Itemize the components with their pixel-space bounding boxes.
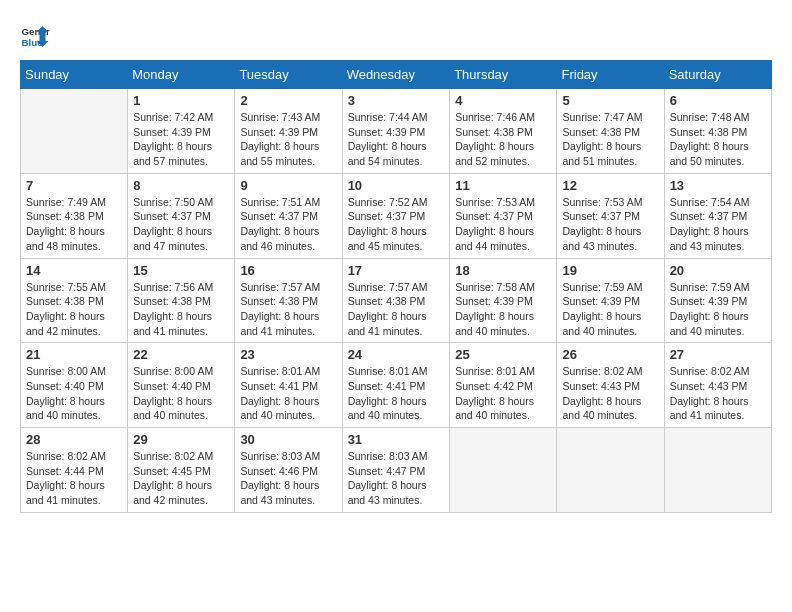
day-number: 5 [562, 93, 658, 108]
calendar-cell: 23 Sunrise: 8:01 AM Sunset: 4:41 PM Dayl… [235, 343, 342, 428]
page-header: General Blue [20, 20, 772, 50]
day-info: Sunrise: 8:03 AM Sunset: 4:47 PM Dayligh… [348, 449, 445, 508]
calendar-cell: 30 Sunrise: 8:03 AM Sunset: 4:46 PM Dayl… [235, 428, 342, 513]
day-info: Sunrise: 7:44 AM Sunset: 4:39 PM Dayligh… [348, 110, 445, 169]
week-row-4: 21 Sunrise: 8:00 AM Sunset: 4:40 PM Dayl… [21, 343, 772, 428]
calendar-cell: 15 Sunrise: 7:56 AM Sunset: 4:38 PM Dayl… [128, 258, 235, 343]
week-row-3: 14 Sunrise: 7:55 AM Sunset: 4:38 PM Dayl… [21, 258, 772, 343]
calendar-cell: 22 Sunrise: 8:00 AM Sunset: 4:40 PM Dayl… [128, 343, 235, 428]
day-number: 6 [670, 93, 766, 108]
day-number: 10 [348, 178, 445, 193]
calendar-cell [450, 428, 557, 513]
weekday-header-row: SundayMondayTuesdayWednesdayThursdayFrid… [21, 61, 772, 89]
calendar-cell: 31 Sunrise: 8:03 AM Sunset: 4:47 PM Dayl… [342, 428, 450, 513]
day-info: Sunrise: 7:48 AM Sunset: 4:38 PM Dayligh… [670, 110, 766, 169]
day-info: Sunrise: 8:00 AM Sunset: 4:40 PM Dayligh… [26, 364, 122, 423]
day-number: 31 [348, 432, 445, 447]
day-info: Sunrise: 8:02 AM Sunset: 4:45 PM Dayligh… [133, 449, 229, 508]
day-number: 1 [133, 93, 229, 108]
day-info: Sunrise: 7:59 AM Sunset: 4:39 PM Dayligh… [562, 280, 658, 339]
day-info: Sunrise: 7:50 AM Sunset: 4:37 PM Dayligh… [133, 195, 229, 254]
calendar-cell: 21 Sunrise: 8:00 AM Sunset: 4:40 PM Dayl… [21, 343, 128, 428]
day-number: 30 [240, 432, 336, 447]
calendar-cell: 24 Sunrise: 8:01 AM Sunset: 4:41 PM Dayl… [342, 343, 450, 428]
day-info: Sunrise: 7:49 AM Sunset: 4:38 PM Dayligh… [26, 195, 122, 254]
day-number: 7 [26, 178, 122, 193]
day-number: 11 [455, 178, 551, 193]
day-info: Sunrise: 7:53 AM Sunset: 4:37 PM Dayligh… [455, 195, 551, 254]
day-info: Sunrise: 7:57 AM Sunset: 4:38 PM Dayligh… [348, 280, 445, 339]
day-info: Sunrise: 7:42 AM Sunset: 4:39 PM Dayligh… [133, 110, 229, 169]
calendar-cell: 12 Sunrise: 7:53 AM Sunset: 4:37 PM Dayl… [557, 173, 664, 258]
day-info: Sunrise: 7:52 AM Sunset: 4:37 PM Dayligh… [348, 195, 445, 254]
day-info: Sunrise: 8:02 AM Sunset: 4:43 PM Dayligh… [670, 364, 766, 423]
calendar-cell: 3 Sunrise: 7:44 AM Sunset: 4:39 PM Dayli… [342, 89, 450, 174]
day-info: Sunrise: 8:01 AM Sunset: 4:41 PM Dayligh… [240, 364, 336, 423]
day-info: Sunrise: 7:47 AM Sunset: 4:38 PM Dayligh… [562, 110, 658, 169]
day-info: Sunrise: 7:55 AM Sunset: 4:38 PM Dayligh… [26, 280, 122, 339]
calendar-cell: 8 Sunrise: 7:50 AM Sunset: 4:37 PM Dayli… [128, 173, 235, 258]
day-number: 28 [26, 432, 122, 447]
weekday-header-saturday: Saturday [664, 61, 771, 89]
day-number: 17 [348, 263, 445, 278]
day-info: Sunrise: 7:58 AM Sunset: 4:39 PM Dayligh… [455, 280, 551, 339]
calendar-cell: 5 Sunrise: 7:47 AM Sunset: 4:38 PM Dayli… [557, 89, 664, 174]
calendar-cell: 13 Sunrise: 7:54 AM Sunset: 4:37 PM Dayl… [664, 173, 771, 258]
calendar-cell: 10 Sunrise: 7:52 AM Sunset: 4:37 PM Dayl… [342, 173, 450, 258]
weekday-header-monday: Monday [128, 61, 235, 89]
calendar-cell: 20 Sunrise: 7:59 AM Sunset: 4:39 PM Dayl… [664, 258, 771, 343]
calendar-cell: 17 Sunrise: 7:57 AM Sunset: 4:38 PM Dayl… [342, 258, 450, 343]
day-info: Sunrise: 8:03 AM Sunset: 4:46 PM Dayligh… [240, 449, 336, 508]
calendar-cell [664, 428, 771, 513]
calendar-cell: 1 Sunrise: 7:42 AM Sunset: 4:39 PM Dayli… [128, 89, 235, 174]
calendar-cell [21, 89, 128, 174]
calendar-cell: 7 Sunrise: 7:49 AM Sunset: 4:38 PM Dayli… [21, 173, 128, 258]
calendar-cell: 26 Sunrise: 8:02 AM Sunset: 4:43 PM Dayl… [557, 343, 664, 428]
weekday-header-friday: Friday [557, 61, 664, 89]
day-number: 12 [562, 178, 658, 193]
calendar-cell: 4 Sunrise: 7:46 AM Sunset: 4:38 PM Dayli… [450, 89, 557, 174]
week-row-1: 1 Sunrise: 7:42 AM Sunset: 4:39 PM Dayli… [21, 89, 772, 174]
day-number: 3 [348, 93, 445, 108]
weekday-header-wednesday: Wednesday [342, 61, 450, 89]
day-number: 19 [562, 263, 658, 278]
day-info: Sunrise: 8:00 AM Sunset: 4:40 PM Dayligh… [133, 364, 229, 423]
day-info: Sunrise: 7:59 AM Sunset: 4:39 PM Dayligh… [670, 280, 766, 339]
day-number: 16 [240, 263, 336, 278]
day-number: 27 [670, 347, 766, 362]
day-info: Sunrise: 7:57 AM Sunset: 4:38 PM Dayligh… [240, 280, 336, 339]
weekday-header-thursday: Thursday [450, 61, 557, 89]
day-number: 24 [348, 347, 445, 362]
day-number: 9 [240, 178, 336, 193]
calendar-cell: 11 Sunrise: 7:53 AM Sunset: 4:37 PM Dayl… [450, 173, 557, 258]
day-info: Sunrise: 8:01 AM Sunset: 4:41 PM Dayligh… [348, 364, 445, 423]
weekday-header-sunday: Sunday [21, 61, 128, 89]
day-info: Sunrise: 8:02 AM Sunset: 4:44 PM Dayligh… [26, 449, 122, 508]
calendar-cell: 19 Sunrise: 7:59 AM Sunset: 4:39 PM Dayl… [557, 258, 664, 343]
day-number: 14 [26, 263, 122, 278]
day-number: 23 [240, 347, 336, 362]
day-info: Sunrise: 7:56 AM Sunset: 4:38 PM Dayligh… [133, 280, 229, 339]
logo: General Blue [20, 20, 54, 50]
weekday-header-tuesday: Tuesday [235, 61, 342, 89]
day-info: Sunrise: 8:01 AM Sunset: 4:42 PM Dayligh… [455, 364, 551, 423]
day-number: 2 [240, 93, 336, 108]
calendar-cell: 14 Sunrise: 7:55 AM Sunset: 4:38 PM Dayl… [21, 258, 128, 343]
calendar-cell: 18 Sunrise: 7:58 AM Sunset: 4:39 PM Dayl… [450, 258, 557, 343]
day-number: 4 [455, 93, 551, 108]
calendar-cell: 16 Sunrise: 7:57 AM Sunset: 4:38 PM Dayl… [235, 258, 342, 343]
day-number: 29 [133, 432, 229, 447]
day-info: Sunrise: 7:46 AM Sunset: 4:38 PM Dayligh… [455, 110, 551, 169]
day-number: 26 [562, 347, 658, 362]
day-number: 25 [455, 347, 551, 362]
day-number: 18 [455, 263, 551, 278]
day-number: 20 [670, 263, 766, 278]
calendar-cell: 9 Sunrise: 7:51 AM Sunset: 4:37 PM Dayli… [235, 173, 342, 258]
day-info: Sunrise: 7:51 AM Sunset: 4:37 PM Dayligh… [240, 195, 336, 254]
day-number: 8 [133, 178, 229, 193]
day-number: 13 [670, 178, 766, 193]
day-info: Sunrise: 7:53 AM Sunset: 4:37 PM Dayligh… [562, 195, 658, 254]
calendar-cell: 29 Sunrise: 8:02 AM Sunset: 4:45 PM Dayl… [128, 428, 235, 513]
day-info: Sunrise: 7:43 AM Sunset: 4:39 PM Dayligh… [240, 110, 336, 169]
logo-icon: General Blue [20, 20, 50, 50]
